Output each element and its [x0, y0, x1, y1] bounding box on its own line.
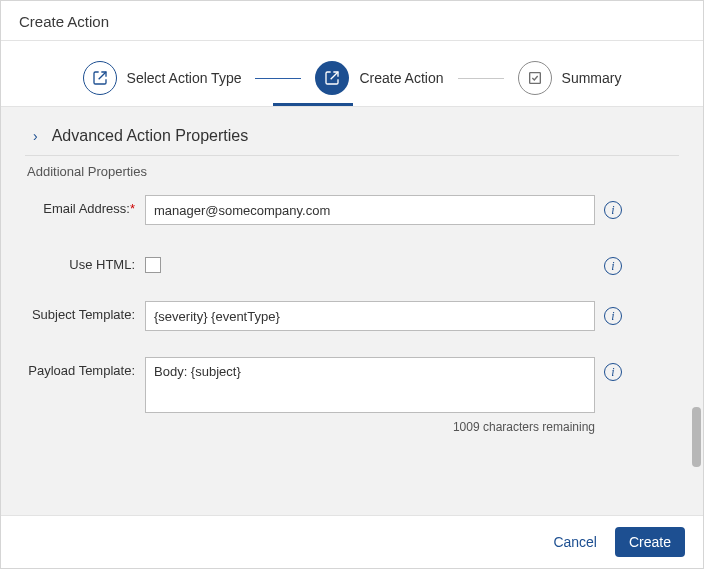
subject-template-field[interactable] — [145, 301, 595, 331]
step-label: Create Action — [359, 70, 443, 86]
subject-template-label: Subject Template: — [25, 301, 145, 323]
step-summary[interactable]: Summary — [518, 61, 622, 95]
payload-template-label: Payload Template: — [25, 357, 145, 379]
svg-rect-0 — [529, 73, 540, 84]
step-label: Summary — [562, 70, 622, 86]
row-subject-template: Subject Template: i — [25, 301, 679, 331]
step-connector — [458, 78, 504, 79]
modal-footer: Cancel Create — [1, 515, 703, 568]
scrollbar[interactable] — [692, 407, 701, 467]
info-icon[interactable]: i — [604, 363, 622, 381]
modal-header: Create Action — [1, 1, 703, 41]
form-body: › Advanced Action Properties Additional … — [1, 106, 703, 515]
section-toggle[interactable]: › Advanced Action Properties — [25, 123, 679, 155]
email-field[interactable] — [145, 195, 595, 225]
required-indicator: * — [130, 201, 135, 216]
checklist-icon — [518, 61, 552, 95]
create-button[interactable]: Create — [615, 527, 685, 557]
share-icon — [83, 61, 117, 95]
use-html-label: Use HTML: — [25, 251, 145, 273]
chevron-right-icon: › — [33, 128, 38, 144]
step-select-action-type[interactable]: Select Action Type — [83, 61, 242, 95]
section-title: Advanced Action Properties — [52, 127, 249, 145]
info-icon[interactable]: i — [604, 257, 622, 275]
cancel-button[interactable]: Cancel — [553, 534, 597, 550]
char-counter: 1009 characters remaining — [145, 420, 595, 434]
payload-template-field[interactable] — [145, 357, 595, 413]
step-label: Select Action Type — [127, 70, 242, 86]
section-subtitle: Additional Properties — [25, 162, 679, 195]
info-glyph: i — [611, 310, 614, 322]
stepper: Select Action Type Create Action Summary — [1, 41, 703, 106]
row-payload-template: Payload Template: 1009 characters remain… — [25, 357, 679, 434]
use-html-checkbox[interactable] — [145, 257, 161, 273]
info-glyph: i — [611, 260, 614, 272]
step-create-action[interactable]: Create Action — [315, 61, 443, 95]
info-glyph: i — [611, 366, 614, 378]
email-label: Email Address:* — [25, 195, 145, 217]
info-icon[interactable]: i — [604, 201, 622, 219]
label-text: Email Address: — [43, 201, 130, 216]
create-action-modal: Create Action Select Action Type Create … — [0, 0, 704, 569]
info-glyph: i — [611, 204, 614, 216]
step-connector — [255, 78, 301, 79]
share-icon — [315, 61, 349, 95]
row-email: Email Address:* i — [25, 195, 679, 225]
modal-title: Create Action — [19, 13, 109, 30]
row-use-html: Use HTML: i — [25, 251, 679, 275]
info-icon[interactable]: i — [604, 307, 622, 325]
divider — [25, 155, 679, 156]
